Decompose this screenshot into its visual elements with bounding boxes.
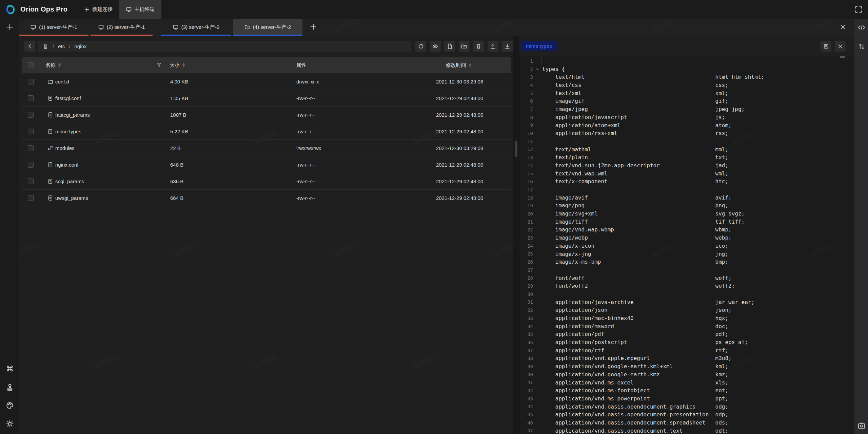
- column-header-size[interactable]: 大小: [170, 57, 185, 73]
- code-line-14[interactable]: 14 text/vnd.sun.j2me.app-descriptor jad;: [519, 162, 854, 170]
- code-line-27[interactable]: 27: [519, 266, 854, 274]
- code-line-24[interactable]: 24 image/x-icon ico;: [519, 242, 854, 250]
- filter-icon[interactable]: [157, 62, 162, 69]
- code-line-16[interactable]: 16 text/x-component htc;: [519, 177, 854, 186]
- code-line-20[interactable]: 20 image/svg+xml svg svgz;: [519, 210, 854, 218]
- breadcrumb[interactable]: /etc/nginx: [38, 41, 411, 52]
- sidebar-plus-button[interactable]: [5, 22, 14, 32]
- code-line-29[interactable]: 29 font/woff2 woff2;: [519, 282, 854, 290]
- column-header-name[interactable]: 名称: [45, 57, 61, 73]
- code-line-15[interactable]: 15 text/vnd.wap.wml wml;: [519, 170, 854, 178]
- code-line-25[interactable]: 25 image/x-jng jng;: [519, 250, 854, 258]
- code-line-32[interactable]: 32 application/json json;: [519, 306, 854, 314]
- sidebar-command-button[interactable]: [5, 364, 14, 373]
- add-tab-button[interactable]: [310, 23, 318, 31]
- code-line-4[interactable]: 4 text/css css;: [519, 81, 854, 89]
- code-line-22[interactable]: 22 image/vnd.wap.wbmp wbmp;: [519, 226, 854, 234]
- menu-new-connection[interactable]: 新建连接: [77, 0, 119, 19]
- code-line-34[interactable]: 34 application/msword doc;: [519, 322, 854, 331]
- fullscreen-icon[interactable]: [854, 5, 863, 14]
- file-row-fastcgi.conf[interactable]: fastcgi.conf1.05 KB-rw-r--r--2021-12-29 …: [22, 90, 511, 107]
- app-logo[interactable]: Orion Ops Pro: [4, 4, 67, 15]
- rightbar-code-button[interactable]: [857, 23, 866, 32]
- refresh-button[interactable]: [415, 41, 426, 52]
- file-row-scgi_params[interactable]: scgi_params636 B-rw-r--r--2021-12-29 02:…: [22, 173, 511, 190]
- row-checkbox[interactable]: [28, 129, 34, 134]
- file-row-conf.d[interactable]: conf.d4.00 KBdrwxr-xr-x2021-12-30 03:29:…: [22, 73, 511, 90]
- file-row-mime.types[interactable]: mime.types5.22 KB-rw-r--r--2021-12-29 02…: [22, 123, 511, 140]
- sort-carets-icon[interactable]: [469, 63, 472, 68]
- code-line-46[interactable]: 46 application/vnd.oasis.opendocument.sp…: [519, 419, 854, 427]
- row-checkbox[interactable]: [28, 178, 34, 184]
- back-button[interactable]: [24, 41, 35, 52]
- code-line-5[interactable]: 5 text/xml xml;: [519, 89, 854, 97]
- sort-carets-icon[interactable]: [182, 63, 185, 68]
- close-all-tabs-icon[interactable]: [840, 24, 846, 31]
- code-line-13[interactable]: 13 text/plain txt;: [519, 153, 854, 162]
- code-line-7[interactable]: 7 image/jpeg jpeg jpg;: [519, 105, 854, 113]
- code-line-9[interactable]: 9 application/atom+xml atom;: [519, 121, 854, 130]
- code-area[interactable]: 12types {3 text/html html htm shtml;4 te…: [519, 56, 854, 434]
- rightbar-camera-button[interactable]: [857, 421, 866, 430]
- fold-chevron-icon[interactable]: [533, 67, 542, 71]
- terminal-tab-3[interactable]: (3) server-生产-2: [161, 19, 231, 36]
- code-line-33[interactable]: 33 application/mac-binhex40 hqx;: [519, 314, 854, 322]
- editor-file-tab[interactable]: mime.types: [521, 41, 557, 51]
- sort-carets-icon[interactable]: [58, 63, 61, 68]
- code-line-41[interactable]: 41 application/vnd.ms-excel xls;: [519, 379, 854, 387]
- row-checkbox[interactable]: [28, 112, 34, 118]
- panel-resize-gutter[interactable]: [513, 36, 519, 434]
- code-line-36[interactable]: 36 application/postscript ps eps ai;: [519, 338, 854, 346]
- sidebar-gear-button[interactable]: [5, 419, 14, 428]
- upload-button[interactable]: [488, 41, 498, 52]
- breadcrumb-segment-etc[interactable]: etc: [58, 43, 65, 49]
- code-line-26[interactable]: 26 image/x-ms-bmp bmp;: [519, 258, 854, 266]
- code-line-23[interactable]: 23 image/webp webp;: [519, 234, 854, 242]
- terminal-tab-1[interactable]: (1) server-生产-1: [19, 19, 88, 36]
- row-checkbox[interactable]: [28, 95, 34, 101]
- rightbar-sort-vertical-button[interactable]: [857, 42, 866, 51]
- code-line-28[interactable]: 28 font/woff woff;: [519, 274, 854, 282]
- code-line-40[interactable]: 40 application/vnd.google-earth.kmz kmz;: [519, 371, 854, 379]
- code-line-21[interactable]: 21 image/tiff tif tiff;: [519, 218, 854, 226]
- code-line-35[interactable]: 35 application/pdf pdf;: [519, 330, 854, 338]
- code-line-43[interactable]: 43 application/vnd.ms-powerpoint ppt;: [519, 395, 854, 403]
- sidebar-stamp-button[interactable]: [5, 382, 14, 392]
- code-line-30[interactable]: 30: [519, 290, 854, 298]
- terminal-tab-2[interactable]: (2) server-生产-1: [91, 19, 153, 36]
- editor-scrollbar-thumb[interactable]: [840, 56, 845, 58]
- code-line-44[interactable]: 44 application/vnd.oasis.opendocument.gr…: [519, 403, 854, 411]
- code-line-38[interactable]: 38 application/vnd.apple.mpegurl m3u8;: [519, 354, 854, 362]
- row-checkbox[interactable]: [28, 79, 34, 84]
- code-line-45[interactable]: 45 application/vnd.oasis.opendocument.pr…: [519, 411, 854, 419]
- file-row-fastcgi_params[interactable]: fastcgi_params1007 B-rw-r--r--2021-12-29…: [22, 107, 511, 123]
- code-line-10[interactable]: 10 application/rss+xml rss;: [519, 129, 854, 137]
- close-editor-button[interactable]: [835, 41, 846, 52]
- code-line-17[interactable]: 17: [519, 186, 854, 194]
- code-line-2[interactable]: 2types {: [519, 65, 854, 73]
- menu-host-terminal[interactable]: 主机终端: [119, 0, 161, 19]
- breadcrumb-segment-nginx[interactable]: nginx: [74, 43, 86, 49]
- code-line-12[interactable]: 12 text/mathml mml;: [519, 146, 854, 154]
- column-header-mtime[interactable]: 修改时间: [446, 57, 472, 73]
- code-line-6[interactable]: 6 image/gif gif;: [519, 97, 854, 105]
- resize-handle[interactable]: [515, 141, 517, 157]
- code-line-11[interactable]: 11: [519, 137, 854, 146]
- code-line-18[interactable]: 18 image/avif avif;: [519, 194, 854, 202]
- new-file-button[interactable]: [444, 41, 455, 52]
- download-button[interactable]: [502, 41, 513, 52]
- eye-button[interactable]: [430, 41, 441, 52]
- save-button[interactable]: [821, 41, 831, 52]
- code-line-3[interactable]: 3 text/html html htm shtml;: [519, 73, 854, 81]
- code-line-1[interactable]: 1: [519, 57, 854, 65]
- row-checkbox[interactable]: [28, 162, 34, 168]
- code-line-39[interactable]: 39 application/vnd.google-earth.kml+xml …: [519, 362, 854, 371]
- code-line-42[interactable]: 42 application/vnd.ms-fontobject eot;: [519, 386, 854, 395]
- select-all-checkbox[interactable]: [28, 62, 34, 68]
- terminal-tab-4[interactable]: (4) server-生产-2: [233, 19, 302, 36]
- code-line-47[interactable]: 47 application/vnd.oasis.opendocument.te…: [519, 427, 854, 434]
- code-line-8[interactable]: 8 application/javascript js;: [519, 113, 854, 121]
- code-line-19[interactable]: 19 image/png png;: [519, 202, 854, 210]
- file-row-modules[interactable]: modules22 Blrwxrwxrwx2021-12-30 03:29:08: [22, 140, 511, 156]
- code-line-37[interactable]: 37 application/rtf rtf;: [519, 346, 854, 355]
